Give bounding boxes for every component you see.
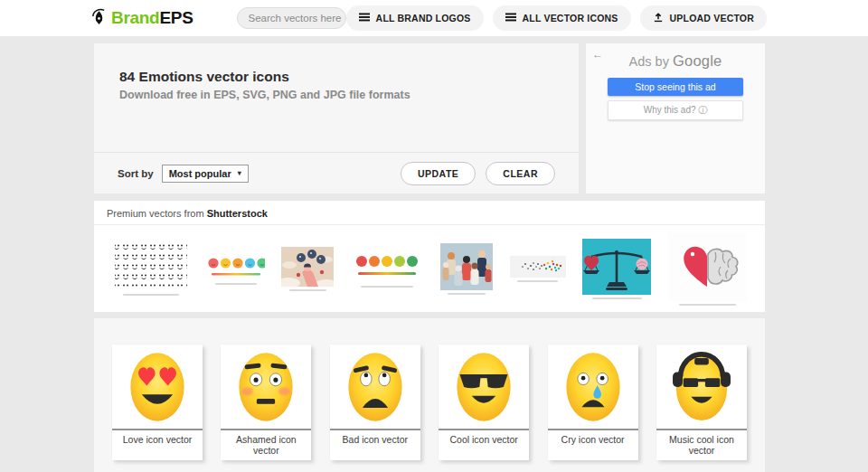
card-label: Cry icon vector <box>548 429 638 449</box>
nav-all-vector-icons[interactable]: ALL VECTOR ICONS <box>493 5 631 31</box>
shutterstock-thumb-color-splatter[interactable] <box>510 256 566 282</box>
stop-seeing-ad-button[interactable]: Stop seeing this ad <box>608 78 743 96</box>
results-row-1: Love icon vector Ash <box>112 345 747 460</box>
ads-by-google-label: Ads by Google <box>586 52 765 70</box>
results-grid-panel: Love icon vector Ash <box>94 318 765 472</box>
brandeps-logo[interactable]: BrandEPS <box>90 6 193 30</box>
watermark-line <box>448 293 486 295</box>
music-cool-emoji-icon <box>656 345 747 429</box>
google-ad-panel: ← Ads by Google Stop seeing this ad Why … <box>586 43 765 194</box>
cool-emoji-icon <box>439 345 529 429</box>
clear-button[interactable]: CLEAR <box>486 162 555 185</box>
shutterstock-thumb-people-group[interactable] <box>440 243 493 295</box>
bad-emoji-icon <box>330 345 420 429</box>
shutterstock-thumb-feedback-scale[interactable] <box>351 250 423 288</box>
watermark-line <box>592 297 642 299</box>
sort-by-label: Sort by <box>118 168 154 179</box>
pen-nib-icon <box>90 6 108 30</box>
watermark-line <box>289 289 327 291</box>
card-label: Music cool icon vector <box>656 429 747 460</box>
top-navigation-bar: BrandEPS ALL BRAND LOGOS ALL VECTOR ICON… <box>0 0 868 36</box>
shutterstock-thumbnails <box>94 225 765 312</box>
cry-emoji-icon <box>548 345 638 429</box>
watermark-line <box>517 280 558 282</box>
watermark-line <box>679 304 736 306</box>
header-nav: ALL BRAND LOGOS ALL VECTOR ICONS UPLOAD … <box>346 5 767 31</box>
shutterstock-thumb-heart-brain[interactable] <box>668 232 747 306</box>
result-card-cool[interactable]: Cool icon vector <box>439 345 529 460</box>
shutterstock-thumb-emoticon-grid[interactable] <box>112 242 190 296</box>
shutterstock-thumb-balance-scale[interactable] <box>582 239 651 299</box>
card-label: Love icon vector <box>112 429 203 449</box>
page-subtitle: Download free in EPS, SVG, PNG and JPG f… <box>119 89 553 101</box>
category-header-panel: 84 Emotions vector icons Download free i… <box>94 43 579 194</box>
card-label: Cool icon vector <box>439 429 529 449</box>
page-title: 84 Emotions vector icons <box>119 69 553 85</box>
chevron-down-icon: ▾ <box>238 169 241 177</box>
result-card-ashamed[interactable]: Ashamed icon vector <box>221 345 311 460</box>
love-emoji-icon <box>112 345 203 429</box>
menu-icon <box>505 13 516 24</box>
premium-vectors-strip: Premium vectors from Shutterstock <box>94 201 765 312</box>
result-card-cry[interactable]: Cry icon vector <box>548 345 638 460</box>
ad-collapse-arrow-icon[interactable]: ← <box>592 48 603 61</box>
watermark-line <box>361 286 413 288</box>
search-input[interactable] <box>238 8 346 28</box>
menu-icon <box>359 13 370 24</box>
nav-upload-vector[interactable]: UPLOAD VECTOR <box>640 5 767 31</box>
result-card-music-cool[interactable]: Music cool icon vector <box>656 345 747 460</box>
card-label: Ashamed icon vector <box>221 429 311 460</box>
sort-dropdown[interactable]: Most popular ▾ <box>162 165 249 183</box>
upload-icon <box>653 12 664 24</box>
nav-label: UPLOAD VECTOR <box>670 13 754 24</box>
shutterstock-thumb-emotion-illustration[interactable] <box>281 247 334 291</box>
result-card-bad[interactable]: Bad icon vector <box>330 345 420 460</box>
why-this-ad-button[interactable]: Why this ad? ⓘ <box>608 100 743 120</box>
logo-text: BrandEPS <box>111 8 193 28</box>
update-button[interactable]: UPDATE <box>401 162 476 185</box>
nav-label: ALL VECTOR ICONS <box>523 13 618 24</box>
premium-strip-heading: Premium vectors from Shutterstock <box>94 201 765 225</box>
watermark-line <box>123 294 179 296</box>
card-label: Bad icon vector <box>330 429 420 449</box>
ashamed-emoji-icon <box>221 345 311 429</box>
shutterstock-thumb-emoji-scale[interactable] <box>207 253 265 285</box>
nav-label: ALL BRAND LOGOS <box>376 13 471 24</box>
nav-all-brand-logos[interactable]: ALL BRAND LOGOS <box>346 5 484 31</box>
watermark-line <box>215 283 257 285</box>
result-card-love[interactable]: Love icon vector <box>112 345 203 460</box>
sort-selected-value: Most popular <box>169 168 231 179</box>
search-bar <box>237 7 346 29</box>
